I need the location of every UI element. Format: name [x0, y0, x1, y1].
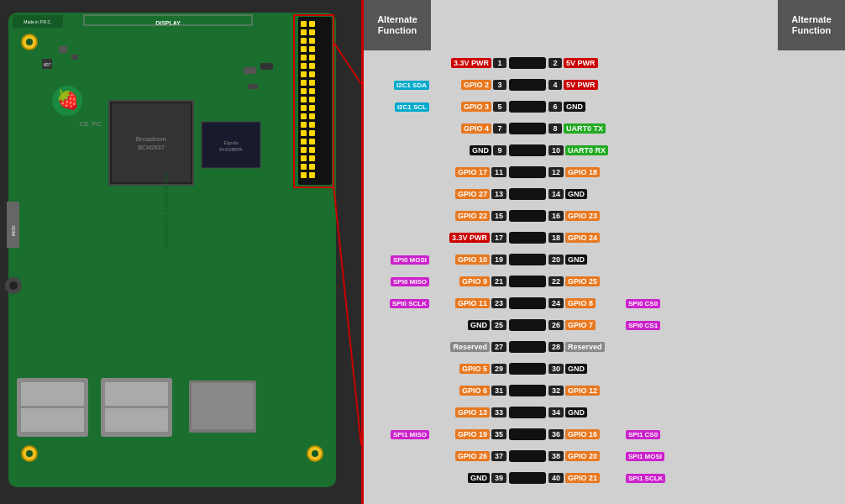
svg-rect-69 — [21, 408, 84, 432]
pin-connector — [506, 123, 548, 134]
pin-connector — [506, 472, 548, 484]
svg-rect-17 — [301, 38, 307, 44]
svg-text:B4432BBPA: B4432BBPA — [219, 147, 243, 152]
svg-rect-48 — [309, 164, 315, 170]
right-alt-cell: SPI1 MOSI — [624, 452, 691, 461]
left-pin-cell: GPIO 2713 — [431, 189, 506, 199]
pin-connector — [506, 450, 548, 462]
svg-rect-14 — [309, 21, 315, 27]
svg-point-9 — [26, 450, 33, 457]
svg-text:Broadcom: Broadcom — [136, 135, 167, 143]
svg-rect-27 — [301, 80, 307, 86]
svg-rect-23 — [301, 63, 307, 69]
right-pin-cell: 32GPIO 12 — [548, 386, 624, 396]
left-pin-cell: Reserved27 — [431, 342, 506, 352]
pin-connector — [506, 79, 548, 91]
left-alt-header: Alternate Function — [364, 0, 431, 50]
pin-row: GND2526GPIO 7SPI0 CS1 — [364, 314, 845, 336]
svg-rect-36 — [309, 113, 315, 119]
svg-rect-20 — [309, 46, 315, 52]
svg-rect-16 — [309, 29, 315, 35]
svg-rect-22 — [309, 55, 315, 60]
pin-row: GPIO 133334GND — [364, 402, 845, 423]
svg-rect-33 — [301, 105, 307, 111]
left-pin-cell: 3.3V PWR17 — [431, 233, 506, 243]
right-alt-cell: SPI0 CS1 — [624, 321, 691, 330]
svg-text:HDMI: HDMI — [11, 226, 16, 237]
right-pin-cell: 10UART0 RX — [548, 145, 624, 155]
svg-rect-38 — [309, 122, 315, 128]
left-alt-cell: I2C1 SCL — [364, 102, 431, 112]
svg-rect-41 — [301, 139, 307, 144]
svg-rect-19 — [301, 46, 307, 52]
left-pin-cell: GPIO 1019 — [431, 255, 506, 265]
left-pin-cell: GPIO 1123 — [431, 298, 506, 308]
svg-rect-49 — [301, 172, 307, 178]
right-pin-cell: 18GPIO 24 — [548, 233, 624, 243]
pin-connector — [506, 57, 548, 69]
svg-rect-26 — [309, 71, 315, 77]
pin-row: GPIO 478UART0 TX — [364, 118, 845, 139]
svg-rect-68 — [21, 382, 84, 406]
svg-rect-80 — [244, 67, 256, 74]
pin-row: Reserved2728Reserved — [364, 336, 845, 358]
left-pin-cell: GPIO 1711 — [431, 167, 506, 177]
svg-rect-62 — [7, 202, 19, 248]
left-pin-cell: GND25 — [431, 320, 506, 330]
right-pin-cell: 6GND — [548, 102, 624, 112]
left-pin-cell: GPIO 35 — [431, 102, 506, 112]
svg-rect-81 — [260, 63, 273, 70]
right-pin-cell: 20GND — [548, 255, 624, 265]
svg-rect-78 — [59, 46, 67, 53]
pin-row: 3.3V PWR1718GPIO 24 — [364, 227, 845, 249]
pin-connector — [506, 407, 548, 418]
rpi-pcb-svg: Made in P.R.C. — [0, 0, 361, 504]
svg-rect-47 — [301, 164, 307, 170]
pin-connector — [506, 341, 548, 353]
svg-text:CE: CE — [79, 120, 88, 128]
left-pin-cell: 3.3V PWR1 — [431, 58, 506, 68]
left-alt-cell: SPI0 SCLK — [364, 299, 431, 308]
right-alt-header: Alternate Function — [778, 0, 845, 50]
svg-text:🍓: 🍓 — [56, 88, 80, 111]
pin-row: 3.3V PWR125V PWR — [364, 52, 845, 74]
svg-rect-75 — [192, 383, 254, 429]
svg-rect-13 — [301, 21, 307, 27]
pin-row: SPI0 MISOGPIO 92122GPIO 25 — [364, 270, 845, 292]
right-pin-cell: 24GPIO 8 — [548, 298, 624, 308]
svg-rect-82 — [248, 84, 258, 89]
left-pin-cell: GPIO 1333 — [431, 407, 506, 417]
svg-rect-28 — [309, 80, 315, 86]
svg-rect-40 — [309, 130, 315, 136]
right-pin-cell: 22GPIO 25 — [548, 276, 624, 286]
svg-rect-32 — [309, 97, 315, 102]
pin-connector — [506, 232, 548, 244]
left-pin-cell: GND9 — [431, 145, 506, 155]
svg-rect-34 — [309, 105, 315, 111]
pin-connector — [506, 276, 548, 287]
right-pin-cell: 14GND — [548, 189, 624, 199]
pin-connector — [506, 319, 548, 331]
svg-rect-54 — [112, 103, 191, 182]
svg-point-11 — [312, 450, 318, 457]
pin-connector — [506, 385, 548, 396]
svg-text:BCM2837: BCM2837 — [138, 144, 164, 150]
pin-row: I2C1 SCLGPIO 356GND — [364, 96, 845, 118]
right-pin-cell: 34GND — [548, 407, 624, 417]
svg-rect-25 — [301, 71, 307, 77]
pin-connector — [506, 210, 548, 222]
svg-text:Made in P.R.C.: Made in P.R.C. — [24, 19, 51, 24]
pin-row: GPIO 271314GND — [364, 183, 845, 205]
svg-text:Elpida: Elpida — [224, 140, 239, 145]
svg-rect-15 — [301, 29, 307, 35]
svg-rect-24 — [309, 63, 315, 69]
right-pin-cell: 45V PWR — [548, 80, 624, 90]
right-pin-cell: 40GPIO 21 — [548, 473, 624, 483]
svg-rect-43 — [301, 147, 307, 153]
left-alt-cell: SPI1 MISO — [364, 430, 431, 439]
left-pin-cell: GPIO 1935 — [431, 429, 506, 439]
right-pin-cell: 25V PWR — [548, 58, 624, 68]
svg-rect-35 — [301, 113, 307, 119]
svg-rect-37 — [301, 122, 307, 128]
left-pin-cell: GPIO 529 — [431, 364, 506, 374]
